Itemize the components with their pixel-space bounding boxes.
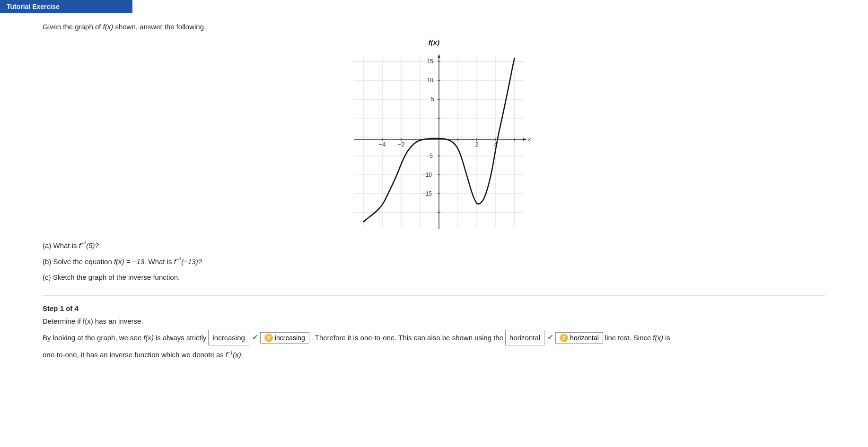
tutorial-header: Tutorial Exercise	[0, 0, 132, 13]
q-b-math2: f−1(−13)?	[174, 258, 202, 266]
graph-container: f(x)	[43, 38, 825, 232]
step-section: Step 1 of 4 Determine if f(x) has an inv…	[43, 295, 825, 361]
answer-box-horizontal: horizontal	[505, 330, 544, 345]
step-title-text: Determine if f(x) has an inverse.	[43, 317, 143, 325]
step-line-1: By looking at the graph, we see f(x) is …	[43, 330, 825, 345]
question-a: (a) What is f−1(5)?	[43, 241, 825, 249]
intro-text2: shown, answer the following.	[115, 23, 206, 31]
svg-text:−10: −10	[422, 172, 432, 178]
step-line1-post2: line test. Since	[605, 331, 651, 344]
graph-wrap: f(x)	[335, 38, 534, 232]
problem-intro: Given the graph of f(x) shown, answer th…	[43, 23, 825, 31]
answer-box-horizontal-text: horizontal	[509, 334, 540, 342]
step-header: Step 1 of 4	[43, 295, 825, 312]
svg-text:x: x	[527, 136, 531, 143]
q-a-label: (a) What is	[43, 241, 79, 249]
check-mark-2: ✔	[547, 331, 553, 344]
step-line2-math: f−1(x).	[226, 348, 243, 361]
page-container: Tutorial Exercise Given the graph of f(x…	[0, 0, 868, 447]
step-line1-post: . Therefore it is one-to-one. This can a…	[311, 331, 503, 344]
svg-marker-19	[523, 138, 526, 141]
step-title: Determine if f(x) has an inverse.	[43, 317, 825, 325]
tutorial-header-label: Tutorial Exercise	[7, 3, 60, 10]
question-c: (c) Sketch the graph of the inverse func…	[43, 273, 825, 281]
hint-label-1: increasing	[275, 334, 305, 342]
svg-text:2: 2	[475, 141, 478, 148]
graph-svg: −4 −2 2 4 x 15 10 5 −5 −10 −15	[335, 47, 534, 232]
step-line1-fx2: f(x)	[653, 331, 663, 344]
step-line2-text: one-to-one, it has an inverse function w…	[43, 348, 224, 361]
step-line1-mid: is always strictly	[156, 331, 207, 344]
step-line-2: one-to-one, it has an inverse function w…	[43, 348, 825, 361]
step-line1-post3: is	[665, 331, 670, 344]
q-b-text2: What is	[148, 258, 174, 266]
q-a-math: f−1(5)?	[79, 241, 99, 249]
step-line1-pre: By looking at the graph, we see	[43, 331, 141, 344]
svg-text:5: 5	[431, 96, 434, 103]
question-b: (b) Solve the equation f(x) = −13. What …	[43, 257, 825, 266]
intro-fx: f(x)	[103, 23, 114, 31]
q-c-label: (c) Sketch the graph of the inverse func…	[43, 273, 180, 281]
q-b-label: (b) Solve the equation	[43, 258, 114, 266]
svg-text:−4: −4	[378, 141, 386, 148]
graph-title: f(x)	[335, 38, 534, 46]
svg-text:−5: −5	[426, 153, 433, 159]
svg-marker-21	[438, 54, 440, 58]
content-area: Given the graph of f(x) shown, answer th…	[0, 13, 868, 373]
svg-text:−2: −2	[397, 141, 404, 148]
svg-text:−15: −15	[422, 190, 432, 197]
hint-button-increasing[interactable]: increasing	[260, 332, 309, 344]
svg-text:10: 10	[427, 77, 433, 84]
svg-text:15: 15	[427, 58, 433, 65]
step-label: Step 1 of 4	[43, 304, 79, 312]
answer-box-increasing-text: increasing	[212, 334, 245, 342]
questions-list: (a) What is f−1(5)? (b) Solve the equati…	[43, 241, 825, 281]
step-line1-fx: f(x)	[143, 331, 154, 344]
answer-box-increasing: increasing	[208, 330, 249, 345]
check-mark-1: ✔	[252, 331, 258, 344]
intro-text1: Given the graph of	[43, 23, 103, 31]
hint-icon-1	[264, 334, 273, 342]
q-b-math1: f(x) = −13.	[114, 258, 149, 266]
hint-label-2: horizontal	[570, 334, 599, 342]
hint-button-horizontal[interactable]: horizontal	[555, 332, 603, 344]
hint-icon-2	[560, 334, 568, 342]
